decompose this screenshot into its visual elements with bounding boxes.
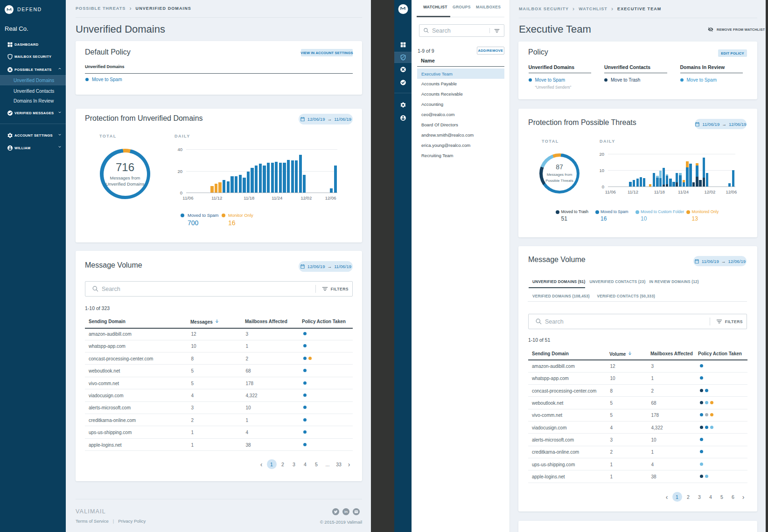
pagination-next-button[interactable]: › — [344, 460, 354, 469]
filter-icon[interactable] — [716, 318, 723, 325]
column-header-volume[interactable]: Volume — [609, 351, 632, 357]
x-tick-label: 12/02 — [705, 189, 716, 194]
view-in-account-settings-button[interactable]: VIEW IN ACCOUNT SETTINGS — [301, 49, 353, 56]
breadcrumb-item[interactable]: MAILBOX SECURITY — [519, 7, 569, 11]
column-header-mailboxes-affected[interactable]: Mailboxes Affected — [245, 319, 287, 324]
sidebar-item-dashboard[interactable]: DASHBOARD — [0, 39, 66, 50]
filters-button[interactable]: FILTERS — [331, 287, 349, 291]
pagination-prev-button[interactable]: ‹ — [662, 492, 671, 502]
pagination-page-5[interactable]: 5 — [312, 459, 321, 469]
tab-verified-domains-108-453-[interactable]: VERIFIED DOMAINS (108,453) — [532, 294, 590, 298]
y-tick-label: 0 — [180, 190, 182, 195]
footer-link-privacy-policy[interactable]: Privacy Policy — [118, 518, 146, 524]
linkedin-icon[interactable]: in — [342, 508, 349, 515]
footer-divider — [76, 499, 362, 499]
sidebar-subitem-domains-in-review[interactable]: Domains In Review — [0, 96, 66, 106]
filters-button[interactable]: FILTERS — [725, 319, 743, 324]
column-header-messages[interactable]: Messages — [190, 319, 219, 325]
cell-value: 1 — [191, 430, 194, 435]
search-input[interactable] — [545, 318, 710, 325]
pagination-page-3[interactable]: 3 — [695, 492, 705, 502]
sidebar-item-label: DASHBOARD — [14, 42, 38, 47]
right-icon-rail — [394, 0, 412, 532]
valimail-mark-icon[interactable] — [398, 4, 408, 14]
watchlist-item[interactable]: Accounts Receivable — [417, 89, 504, 99]
check-circle-icon — [7, 110, 13, 116]
twitter-icon[interactable] — [332, 508, 339, 515]
pagination-next-button[interactable]: › — [739, 492, 748, 502]
pagination-page-3[interactable]: 3 — [289, 459, 299, 469]
pagination-page-4[interactable]: 4 — [706, 492, 716, 502]
breadcrumb-item[interactable]: EXECUTIVE TEAM — [617, 7, 661, 11]
chevron-up-icon — [58, 67, 62, 70]
watchlist-search-input[interactable] — [432, 28, 489, 34]
bar-segment — [679, 175, 682, 187]
search-input[interactable] — [102, 286, 315, 292]
column-header-policy-action-taken[interactable]: Policy Action Taken — [698, 351, 742, 356]
pagination-page-2[interactable]: 2 — [684, 492, 693, 502]
pagination-page-2[interactable]: 2 — [278, 459, 288, 469]
remove-from-watchlist-button[interactable]: REMOVE FROM WATCHLIST — [708, 27, 765, 32]
breadcrumb-item[interactable]: UNVERIFIED DOMAINS — [136, 6, 191, 11]
rail-gear-icon[interactable] — [394, 99, 412, 111]
edit-policy-button[interactable]: EDIT POLICY — [718, 49, 747, 57]
pagination-page-6[interactable]: 6 — [728, 492, 738, 502]
left-protection-date-range[interactable]: 12/06/19 → 11/06/19 — [299, 114, 353, 124]
rail-x-circle-icon[interactable] — [394, 64, 412, 75]
sidebar-item-mailbox-security[interactable]: MAILBOX SECURITY — [0, 51, 66, 62]
watchlist-item[interactable]: erica.young@realco.com — [417, 140, 504, 150]
sidebar-subitem-unverified-contacts[interactable]: Unverified Contacts — [0, 86, 66, 96]
tab-unverified-domains-51-[interactable]: UNVERIFIED DOMAINS (51) — [532, 279, 585, 284]
breadcrumb-item[interactable]: POSSIBLE THREATS — [76, 6, 126, 11]
filter-icon[interactable] — [494, 28, 500, 34]
cell-policy-dots — [700, 364, 705, 367]
legend-value: 16 — [600, 215, 607, 222]
watchlist-item[interactable]: Executive Team — [417, 69, 504, 79]
column-header-mailboxes-affected[interactable]: Mailboxes Affected — [650, 351, 693, 356]
cell-mailboxes: 2 — [246, 356, 249, 361]
sidebar-item-label: ACCOUNT SETTINGS — [14, 133, 53, 138]
column-header-sending-domain[interactable]: Sending Domain — [532, 351, 569, 356]
tab-watchlist[interactable]: WATCHLIST — [423, 5, 447, 13]
pagination-page-4[interactable]: 4 — [300, 459, 310, 469]
rail-check-circle-icon[interactable] — [394, 77, 412, 88]
sidebar-item-william[interactable]: WILLIAM — [0, 143, 66, 153]
rail-shield-icon[interactable] — [394, 52, 412, 63]
tab-mailboxes[interactable]: MAILBOXES — [476, 5, 501, 13]
tab-unverified-contacts-23-[interactable]: UNVERIFIED CONTACTS (23) — [590, 279, 646, 284]
tab-groups[interactable]: GROUPS — [453, 5, 471, 13]
footer-link-terms-of-service[interactable]: Terms of Service — [76, 518, 109, 524]
right-protection-date-range[interactable]: 11/06/19 → 12/06/19 — [695, 119, 747, 129]
watchlist-item[interactable]: Recruiting Team — [417, 150, 504, 160]
left-message-volume-card: Message Volume 12/06/19 → 11/06/19 FILTE… — [76, 251, 362, 481]
email-icon[interactable] — [353, 508, 360, 515]
watchlist-item[interactable]: ceo@realco.com — [417, 110, 504, 120]
filter-icon[interactable] — [321, 285, 328, 292]
column-header-sending-domain[interactable]: Sending Domain — [89, 319, 126, 324]
watchlist-item-label: Accounts Payable — [421, 81, 457, 86]
watchlist-item[interactable]: andrew.smith@realco.com — [417, 130, 504, 140]
rail-person-icon[interactable] — [394, 112, 412, 124]
sidebar-item-account-settings[interactable]: ACCOUNT SETTINGS — [0, 130, 66, 141]
pagination-page-5[interactable]: 5 — [717, 492, 727, 502]
sidebar-subitem-unverified-domains[interactable]: Unverified Domains — [0, 75, 66, 85]
watchlist-item[interactable]: Accounting — [417, 99, 504, 110]
sidebar-item-possible-threats[interactable]: POSSIBLE THREATS — [0, 64, 66, 75]
pagination-page-1[interactable]: 1 — [672, 492, 682, 502]
breadcrumb-item[interactable]: WATCHLIST — [579, 7, 607, 11]
sidebar-item-verified-messages[interactable]: VERIFIED MESSAGES — [0, 108, 66, 118]
pagination-page-1[interactable]: 1 — [267, 459, 277, 469]
watchlist-item[interactable]: Board Of Directors — [417, 120, 504, 130]
rail-grid-icon[interactable] — [394, 39, 412, 50]
pagination-prev-button[interactable]: ‹ — [257, 460, 266, 469]
watchlist-item[interactable]: Accounts Payable — [417, 79, 504, 89]
tab-in-review-domains-12-[interactable]: IN REVIEW DOMAINS (12) — [649, 279, 699, 284]
add-remove-button[interactable]: ADD/REMOVE — [477, 47, 504, 55]
left-volume-date-range[interactable]: 12/06/19 → 11/06/19 — [299, 261, 353, 272]
tab-verified-contacts-50-333-[interactable]: VERIFIED CONTACTS (50,333) — [597, 294, 655, 298]
defend-logo[interactable]: DEFEND — [5, 5, 42, 14]
date-end: 11/06/19 — [334, 264, 351, 269]
column-header-policy-action-taken[interactable]: Policy Action Taken — [302, 319, 346, 324]
pagination-page-33[interactable]: 33 — [334, 459, 344, 469]
right-volume-date-range[interactable]: 11/06/19 → 12/06/19 — [693, 256, 747, 266]
